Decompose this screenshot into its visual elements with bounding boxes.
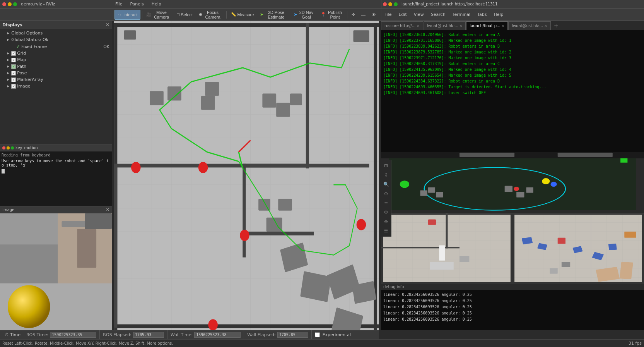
experimental-checkbox[interactable] <box>315 332 320 337</box>
measure-button[interactable]: 📏 Measure <box>228 10 257 20</box>
debug-line-0: linear: 0.28234256093526 angular: 0.25 <box>383 292 642 298</box>
right-menu-view[interactable]: View <box>412 11 425 18</box>
svg-rect-5 <box>77 229 96 268</box>
tool-icon-3[interactable]: 🔍 <box>382 180 390 189</box>
km-max[interactable] <box>11 146 14 149</box>
tab-lwuat1-close[interactable]: ✕ <box>460 24 463 28</box>
svg-point-61 <box>131 162 141 173</box>
displays-close[interactable]: ✕ <box>106 22 109 27</box>
minus-icon: — <box>361 12 366 17</box>
svg-point-6 <box>8 285 50 328</box>
ros-elapsed-value <box>133 332 164 338</box>
right-menu-tabs[interactable]: Tabs <box>476 11 488 18</box>
debug-content[interactable]: linear: 0.28234256093526 angular: 0.25 l… <box>381 290 644 330</box>
time-icon-area: ⏱ Time <box>2 330 23 339</box>
toolbar-extra-3[interactable]: 👁 <box>369 10 379 20</box>
pose-estimate-button[interactable]: ➤ 2D Pose Estimate <box>257 10 290 20</box>
cursor-block <box>2 169 5 174</box>
select-button[interactable]: ◻ Select <box>174 10 196 20</box>
svg-rect-130 <box>512 213 514 283</box>
checkbox-map[interactable] <box>11 58 16 62</box>
tab-launch[interactable]: launch/final_p... ✕ <box>466 21 508 30</box>
svg-rect-141 <box>550 268 557 274</box>
nav-goal-button[interactable]: ➤ 2D Nav Goal <box>291 10 317 20</box>
display-item-path[interactable]: ▶ Path <box>0 63 112 70</box>
tab-lwuat2[interactable]: lwuat@ust.hk:... ✕ <box>508 21 551 30</box>
right-menu-file[interactable]: File <box>383 11 393 18</box>
interact-button[interactable]: ↔ Interact <box>114 10 140 20</box>
image-panel-close[interactable]: ✕ <box>106 207 109 212</box>
checkbox-image[interactable] <box>11 84 16 89</box>
measure-icon: 📏 <box>231 12 236 17</box>
publish-point-button[interactable]: 📍 Publish Point <box>318 10 346 20</box>
checkbox-pose[interactable] <box>11 71 16 76</box>
svg-point-62 <box>198 162 208 173</box>
nav-label: 2D Nav Goal <box>298 10 314 19</box>
right-menu-help[interactable]: Help <box>492 11 505 18</box>
tool-icon-6[interactable]: ⚙ <box>382 208 390 216</box>
debug-title: debug info <box>383 285 404 289</box>
svg-rect-105 <box>511 213 512 283</box>
tool-icon-5[interactable]: ≡ <box>382 199 390 207</box>
terminal-content[interactable]: [INFO] [1590223618.204966]: Robot enters… <box>381 30 644 152</box>
tab-launch-close[interactable]: ✕ <box>502 24 505 28</box>
right-close-button[interactable] <box>383 2 387 6</box>
km-close[interactable] <box>2 146 5 149</box>
focus-icon: ⊕ <box>199 12 202 17</box>
tool-icon-4[interactable]: ⊙ <box>382 189 390 198</box>
menu-panels[interactable]: Panels <box>128 1 145 7</box>
tool-icon-8[interactable]: ☰ <box>382 227 390 235</box>
checkbox-markerarray[interactable] <box>11 77 16 82</box>
minimize-button[interactable] <box>8 2 12 6</box>
tab-roscore[interactable]: roscore http://... ✕ <box>381 21 423 30</box>
close-button[interactable] <box>2 2 6 6</box>
menu-file-left[interactable]: File <box>114 1 124 7</box>
toolbar-extra-1[interactable]: ✛ <box>349 10 358 20</box>
tab-lwuat2-close[interactable]: ✕ <box>544 24 547 28</box>
svg-rect-58 <box>243 164 369 168</box>
right-menu-search[interactable]: Search <box>429 11 447 18</box>
svg-rect-34 <box>114 23 379 27</box>
svg-rect-140 <box>620 262 633 279</box>
tab-roscore-close[interactable]: ✕ <box>417 24 420 28</box>
display-item-global-status[interactable]: ▶ Global Status: Ok <box>0 36 112 43</box>
move-camera-button[interactable]: 🎥 Move Camera <box>143 10 173 20</box>
right-minimize-button[interactable] <box>388 2 392 6</box>
display-item-image[interactable]: ▶ Image <box>0 83 112 89</box>
tool-icon-7[interactable]: ⊕ <box>382 217 390 226</box>
tool-icon-1[interactable]: ⊞ <box>382 161 390 170</box>
log-line-8: [INFO] [1590224334.637322]: Robot enters… <box>383 78 642 84</box>
svg-rect-48 <box>276 103 290 117</box>
maximize-button[interactable] <box>13 2 17 6</box>
checkbox-grid[interactable] <box>11 51 16 56</box>
tool-icon-2[interactable]: ↕ <box>382 171 390 179</box>
center-left-resize[interactable] <box>112 21 114 330</box>
display-item-fixed-frame[interactable]: ✓ Fixed Frame OK <box>0 43 112 50</box>
right-maximize-button[interactable] <box>394 2 398 6</box>
display-item-map[interactable]: ▶ Map <box>0 57 112 63</box>
right-menu-edit[interactable]: Edit <box>397 11 408 18</box>
tab-lwuat1[interactable]: lwuat@ust.hk:... ✕ <box>424 21 466 30</box>
terminal-tabs: roscore http://... ✕ lwuat@ust.hk:... ✕ … <box>381 21 644 30</box>
global-options-label: Global Options <box>11 31 43 36</box>
km-line2: Use arrow keys to move the robot and 'sp… <box>2 159 110 167</box>
markerarray-label: MarkerArray <box>17 77 43 82</box>
display-item-markerarray[interactable]: ▶ MarkerArray <box>0 76 112 83</box>
cross-icon: ✛ <box>352 12 355 17</box>
log-line-10: [INFO] [1590224693.461608]: Laser switch… <box>383 90 642 96</box>
checkbox-path[interactable] <box>11 64 16 69</box>
km-min[interactable] <box>7 146 10 149</box>
display-item-grid[interactable]: ▶ Grid <box>0 50 112 57</box>
menu-help-left[interactable]: Help <box>150 1 163 7</box>
move-camera-icon: 🎥 <box>146 12 152 17</box>
display-item-global-options[interactable]: ▶ Global Options <box>0 30 112 36</box>
right-menu-terminal[interactable]: Terminal <box>451 11 472 18</box>
rviz-view[interactable] <box>112 21 381 330</box>
new-tab-button[interactable]: + <box>551 21 562 30</box>
focus-camera-button[interactable]: ⊕ Focus Camera <box>196 10 225 20</box>
ros-time-item: ROS Time: <box>23 330 100 339</box>
toolbar-extra-2[interactable]: — <box>359 10 368 20</box>
wall-elapsed-value <box>277 332 308 338</box>
display-item-pose[interactable]: ▶ Pose <box>0 70 112 76</box>
robot-map-canvas[interactable]: ⊞ ↕ 🔍 ⊙ ≡ ⚙ ⊕ ☰ <box>381 152 644 283</box>
